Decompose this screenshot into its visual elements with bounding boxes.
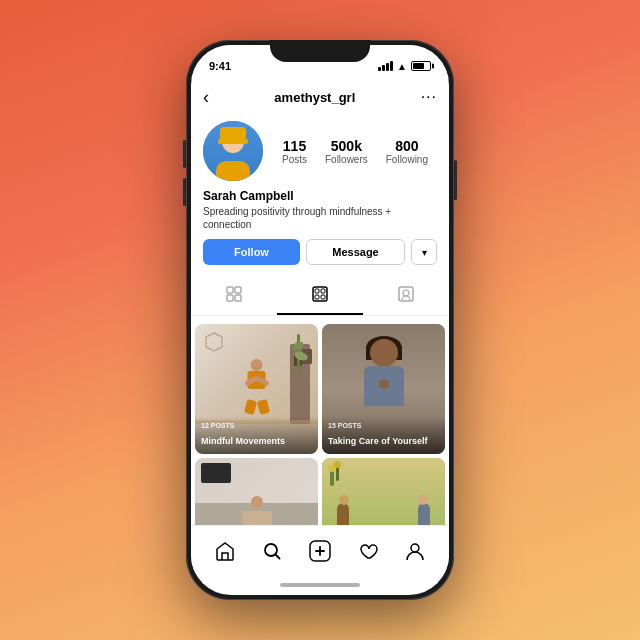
svg-point-14 xyxy=(411,544,419,552)
card-title-2: Taking Care of Yourself xyxy=(328,436,428,446)
tab-grid[interactable] xyxy=(191,279,277,315)
highlight-card-1[interactable]: 12 POSTS Mindful Movements xyxy=(195,324,318,454)
svg-rect-7 xyxy=(315,295,319,299)
svg-rect-3 xyxy=(235,295,241,301)
page-title: amethyst_grl xyxy=(274,90,355,105)
tab-tagged[interactable] xyxy=(363,279,449,315)
power-button[interactable] xyxy=(454,160,457,200)
svg-rect-6 xyxy=(321,289,325,293)
nav-add[interactable] xyxy=(302,533,338,569)
card-posts-2: 15 POSTS xyxy=(328,422,439,429)
nav-home[interactable] xyxy=(207,533,243,569)
svg-rect-5 xyxy=(315,289,319,293)
top-bar: ‹ amethyst_grl ··· xyxy=(191,79,449,115)
profile-tabs xyxy=(191,279,449,316)
phone-frame: 9:41 ▲ ‹ amethyst_grl ··· xyxy=(186,40,454,600)
hexagon-icon xyxy=(205,332,223,352)
more-options-button[interactable]: ··· xyxy=(421,88,437,106)
home-indicator xyxy=(191,575,449,595)
profile-top: 115 Posts 500k Followers 800 Following xyxy=(203,121,437,181)
stats-row: 115 Posts 500k Followers 800 Following xyxy=(273,138,437,165)
svg-rect-1 xyxy=(235,287,241,293)
posts-stat[interactable]: 115 Posts xyxy=(282,138,307,165)
avatar[interactable] xyxy=(203,121,263,181)
profile-name: Sarah Campbell xyxy=(203,189,437,203)
svg-point-10 xyxy=(403,290,409,296)
nav-search[interactable] xyxy=(254,533,290,569)
svg-rect-9 xyxy=(399,287,413,301)
dropdown-button[interactable]: ▾ xyxy=(411,239,437,265)
svg-rect-2 xyxy=(227,295,233,301)
following-stat[interactable]: 800 Following xyxy=(386,138,428,165)
follow-button[interactable]: Follow xyxy=(203,239,300,265)
bottom-nav xyxy=(191,525,449,575)
content-area: 12 POSTS Mindful Movements 15 POSTS Taki xyxy=(191,320,449,525)
battery-icon xyxy=(411,61,431,71)
followers-label: Followers xyxy=(325,154,368,165)
posts-count: 115 xyxy=(282,138,307,154)
card-overlay-2: 15 POSTS Taking Care of Yourself xyxy=(322,416,445,454)
message-button[interactable]: Message xyxy=(306,239,405,265)
signal-icon xyxy=(378,61,393,71)
following-count: 800 xyxy=(386,138,428,154)
home-icon xyxy=(215,541,235,561)
card-title-1: Mindful Movements xyxy=(201,436,285,446)
heart-icon xyxy=(358,541,378,561)
grid-card-1[interactable] xyxy=(195,458,318,525)
nav-activity[interactable] xyxy=(350,533,386,569)
profile-icon xyxy=(405,541,425,561)
reels-icon xyxy=(312,286,328,306)
nav-profile[interactable] xyxy=(397,533,433,569)
tagged-icon xyxy=(398,286,414,306)
svg-marker-11 xyxy=(206,333,222,351)
followers-stat[interactable]: 500k Followers xyxy=(325,138,368,165)
svg-rect-0 xyxy=(227,287,233,293)
add-icon xyxy=(309,540,331,562)
status-time: 9:41 xyxy=(209,60,231,72)
highlight-card-2[interactable]: 15 POSTS Taking Care of Yourself xyxy=(322,324,445,454)
svg-rect-8 xyxy=(321,295,325,299)
status-icons: ▲ xyxy=(378,61,431,72)
back-button[interactable]: ‹ xyxy=(203,87,209,108)
highlights-row: 12 POSTS Mindful Movements 15 POSTS Taki xyxy=(195,324,445,454)
card-overlay-1: 12 POSTS Mindful Movements xyxy=(195,416,318,454)
grid-card-2[interactable] xyxy=(322,458,445,525)
wifi-icon: ▲ xyxy=(397,61,407,72)
profile-bio: Spreading positivity through mindfulness… xyxy=(203,205,437,231)
followers-count: 500k xyxy=(325,138,368,154)
notch xyxy=(270,45,370,62)
action-buttons: Follow Message ▾ xyxy=(203,239,437,265)
grid-row xyxy=(195,458,445,525)
tab-reels[interactable] xyxy=(277,279,363,315)
volume-up-button[interactable] xyxy=(183,140,186,168)
search-icon xyxy=(262,541,282,561)
card-posts-1: 12 POSTS xyxy=(201,422,312,429)
following-label: Following xyxy=(386,154,428,165)
posts-label: Posts xyxy=(282,154,307,165)
volume-down-button[interactable] xyxy=(183,178,186,206)
phone-screen: 9:41 ▲ ‹ amethyst_grl ··· xyxy=(191,45,449,595)
profile-section: 115 Posts 500k Followers 800 Following S… xyxy=(191,115,449,279)
grid-icon xyxy=(226,286,242,306)
